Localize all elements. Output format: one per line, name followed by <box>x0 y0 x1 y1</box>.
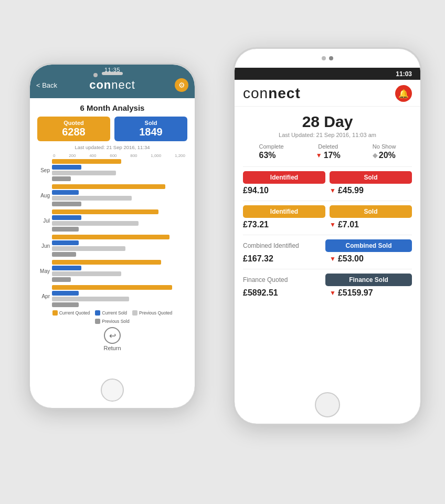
content-left: 6 Month Analysis Quoted 6288 Sold 1849 L… <box>30 98 195 351</box>
quoted-label: Quoted <box>43 120 105 126</box>
orange-identified-value: £73.21 <box>243 220 325 229</box>
bar-cq-jun <box>52 235 169 239</box>
divider-3 <box>243 235 412 235</box>
camera-dot-2 <box>329 56 333 60</box>
left-phone: 11:35 < Back connect ⚙ 6 Month Analysis … <box>28 63 196 410</box>
chart-legend: Current Quoted Current Sold Previous Quo… <box>37 310 187 324</box>
section-combined-values: £167.32 ▼£53.00 <box>243 254 412 264</box>
metric-complete-value: 63% <box>259 151 284 160</box>
legend-dot-cq <box>52 310 58 316</box>
section-red-header: Identified Sold <box>243 171 412 184</box>
bar-ps-apr <box>52 302 79 307</box>
section-finance-values: £5892.51 ▼£5159.97 <box>243 288 412 298</box>
speaker <box>102 72 123 75</box>
legend-current-quoted: Current Quoted <box>52 310 90 316</box>
metric-deleted-value: ▼17% <box>316 151 341 160</box>
month-label-jul: Jul <box>39 218 52 224</box>
bar-cq-sep <box>52 159 121 164</box>
bar-pq-apr <box>52 297 129 301</box>
chart-bars-jul <box>52 209 185 232</box>
home-button-right[interactable] <box>315 392 340 417</box>
month-label-apr: Apr <box>39 293 52 299</box>
section-orange-values: £73.21 ▼£7.01 <box>243 220 412 229</box>
bar-pq-sep <box>52 171 116 175</box>
return-button[interactable]: ↩ Return <box>37 327 187 351</box>
header-right: connect 🔔 <box>235 80 420 107</box>
metrics-row: Complete 63% Deleted ▼17% No Show ◆20% <box>243 143 412 160</box>
bar-pq-may <box>52 271 121 276</box>
camera-dots <box>322 56 333 60</box>
metric-deleted: Deleted ▼17% <box>316 143 341 160</box>
front-camera <box>93 73 98 77</box>
bar-cs-apr <box>52 291 79 296</box>
legend-current-sold: Current Sold <box>95 310 127 316</box>
bar-cs-aug <box>52 190 79 195</box>
metric-noshow-value: ◆20% <box>373 151 396 160</box>
metric-noshow-label: No Show <box>373 143 396 150</box>
camera-dot-1 <box>322 56 326 60</box>
bar-cq-may <box>52 260 161 265</box>
alert-icon[interactable]: 🔔 <box>395 85 412 102</box>
badge-finance-sold: Finance Sold <box>325 274 412 286</box>
sold-label: Sold <box>120 120 182 126</box>
chart-bars-jun <box>52 235 185 257</box>
stats-row: Quoted 6288 Sold 1849 <box>37 117 187 141</box>
section-combined: Combined Identified Combined Sold £167.3… <box>243 239 412 264</box>
sold-box: Sold 1849 <box>114 117 187 141</box>
metric-deleted-label: Deleted <box>316 143 341 150</box>
section-finance: Finance Quoted Finance Sold £5892.51 ▼£5… <box>243 274 412 298</box>
last-updated-left: Last updated: 21 Sep 2016, 11:34 <box>37 144 187 150</box>
red-identified-value: £94.10 <box>243 186 325 195</box>
return-icon: ↩ <box>104 327 121 344</box>
metric-complete-label: Complete <box>259 143 284 150</box>
chart-row-apr: Apr <box>39 285 185 307</box>
badge-orange-identified: Identified <box>243 205 325 218</box>
home-button-left[interactable] <box>101 379 124 402</box>
section-orange: Identified Sold £73.21 ▼£7.01 <box>243 205 412 229</box>
bar-pq-jul <box>52 221 139 226</box>
day-updated: Last Updated: 21 Sep 2016, 11:03 am <box>243 132 412 138</box>
month-label-aug: Aug <box>39 193 52 198</box>
chart-bars-aug <box>52 184 185 206</box>
status-bar-right: 11:03 <box>235 68 420 80</box>
logo-right: connect <box>243 85 301 102</box>
chart-row-jun: Jun <box>39 235 185 257</box>
combined-sold-value: ▼£53.00 <box>330 254 412 264</box>
bar-cq-jul <box>52 209 158 214</box>
finance-sold-value: ▼£5159.97 <box>330 288 412 298</box>
chart-bars-sep <box>52 159 185 181</box>
bar-pq-jun <box>52 246 125 251</box>
bar-cs-may <box>52 266 81 270</box>
chart-bars-apr <box>52 285 185 307</box>
quoted-value: 6288 <box>43 126 105 138</box>
chart-bars-may <box>52 260 185 282</box>
bar-ps-jul <box>52 227 79 232</box>
divider-2 <box>243 201 412 201</box>
bar-cs-sep <box>52 165 81 170</box>
logo-left: connect <box>89 78 135 92</box>
badge-red-identified: Identified <box>243 171 325 184</box>
header-left: < Back connect ⚙ <box>30 74 195 98</box>
red-sold-arrow-icon: ▼ <box>330 187 336 194</box>
bar-cs-jun <box>52 240 79 245</box>
legend-dot-ps <box>95 319 100 324</box>
badge-combined-sold: Combined Sold <box>325 239 412 252</box>
orange-sold-arrow-icon: ▼ <box>330 221 336 228</box>
noshow-arrow-icon: ◆ <box>373 152 377 159</box>
chart-row-aug: Aug <box>39 184 185 206</box>
settings-icon[interactable]: ⚙ <box>175 78 188 92</box>
chart-row-may: May <box>39 260 185 282</box>
chart-area: 0 200 400 600 800 1,000 1,200 Sep <box>37 153 187 307</box>
divider-1 <box>243 166 412 167</box>
month-label-jun: Jun <box>39 243 52 249</box>
legend-dot-pq <box>132 310 137 316</box>
section-red: Identified Sold £94.10 ▼£45.99 <box>243 171 412 195</box>
back-button[interactable]: < Back <box>36 81 57 89</box>
bar-ps-may <box>52 277 71 282</box>
return-label: Return <box>103 345 121 351</box>
chart-axis: 0 200 400 600 800 1,000 1,200 <box>39 153 185 158</box>
deleted-arrow-icon: ▼ <box>316 152 322 159</box>
legend-prev-quoted: Previous Quoted <box>132 310 172 316</box>
bar-pq-aug <box>52 196 132 201</box>
bar-cs-jul <box>52 215 81 220</box>
